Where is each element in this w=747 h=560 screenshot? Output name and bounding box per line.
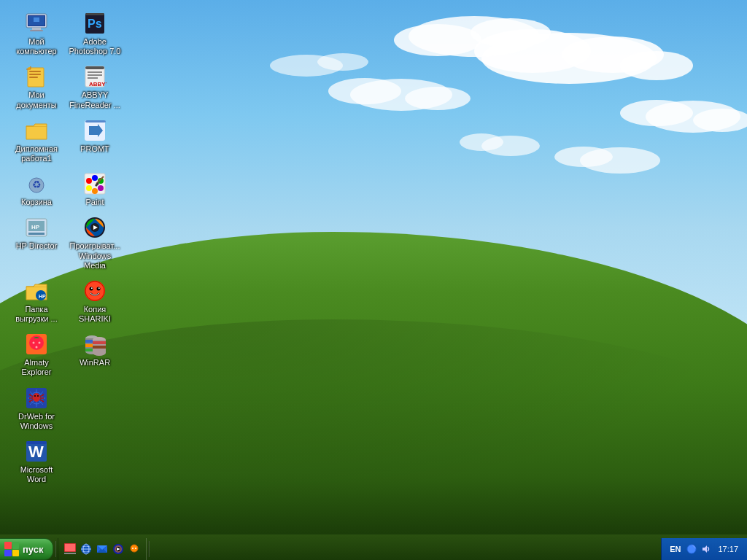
desktop-icons: Мойкомпьютер Ps Adobe Photoshop 7.0 bbox=[7, 7, 153, 489]
svg-point-93 bbox=[34, 395, 36, 397]
svg-point-71 bbox=[33, 342, 35, 344]
svg-text:W: W bbox=[28, 443, 44, 461]
icon-abbyy[interactable]: ABBYY ABBYYFineReader ... bbox=[66, 61, 124, 114]
windows-logo bbox=[4, 542, 19, 556]
paint-label: Paint bbox=[85, 198, 104, 207]
ql-ie[interactable] bbox=[79, 542, 93, 556]
svg-text:HP: HP bbox=[39, 294, 46, 299]
ql-outlook[interactable] bbox=[95, 542, 109, 556]
svg-point-49 bbox=[98, 185, 104, 191]
svg-text:Ps: Ps bbox=[88, 18, 102, 30]
my-computer-icon bbox=[25, 12, 48, 35]
icon-row-1: Моидокументы ABBYY ABBYYFin bbox=[7, 61, 153, 114]
system-clock[interactable]: 17:17 bbox=[715, 545, 741, 553]
icon-wmp[interactable]: Проигрыват...Windows Media bbox=[66, 211, 124, 275]
shariki-label: КопияSHARIKI bbox=[79, 305, 111, 324]
svg-rect-30 bbox=[29, 74, 41, 75]
icon-ms-word[interactable]: W Microsoft Word bbox=[7, 435, 66, 489]
promt-label: PROMT bbox=[80, 144, 109, 154]
svg-rect-35 bbox=[88, 74, 102, 76]
icon-winrar[interactable]: WinRAR bbox=[66, 328, 124, 381]
svg-point-45 bbox=[92, 175, 98, 181]
language-indicator[interactable]: EN bbox=[667, 545, 683, 553]
svg-rect-34 bbox=[88, 71, 102, 73]
svg-rect-33 bbox=[85, 66, 104, 69]
logo-yellow bbox=[12, 550, 20, 557]
icon-download-folder[interactable]: HP Папкавыгрузки ... bbox=[7, 275, 66, 328]
quick-launch-bar bbox=[58, 538, 147, 560]
wmp-label: Проигрыват...Windows Media bbox=[69, 241, 121, 271]
svg-point-66 bbox=[97, 287, 101, 290]
photoshop-icon: Ps bbox=[83, 12, 107, 35]
svg-point-73 bbox=[36, 346, 38, 349]
almaty-explorer-label: AlmatyExplorer bbox=[22, 358, 52, 377]
svg-rect-31 bbox=[29, 77, 38, 78]
diploma-label: Дипломнаяработа1 bbox=[15, 144, 58, 163]
icon-recycle-bin[interactable]: ♻ Корзина bbox=[7, 168, 66, 211]
icon-row-0: Мойкомпьютер Ps Adobe Photoshop 7.0 bbox=[7, 7, 153, 61]
abbyy-label: ABBYYFineReader ... bbox=[69, 90, 120, 109]
hp-director-icon: HP bbox=[25, 216, 48, 239]
icon-row-5: HP Папкавыгрузки ... bbox=[7, 275, 153, 328]
recycle-bin-label: Корзина bbox=[21, 198, 52, 207]
promt-icon bbox=[83, 119, 107, 142]
svg-point-68 bbox=[98, 287, 100, 289]
download-folder-label: Папкавыгрузки ... bbox=[15, 305, 57, 324]
hp-director-label: HP Director bbox=[16, 241, 58, 251]
my-documents-icon bbox=[25, 65, 48, 88]
tray-volume-icon[interactable] bbox=[700, 543, 712, 555]
recycle-bin-icon: ♻ bbox=[25, 172, 48, 195]
taskbar: пуск bbox=[0, 538, 747, 560]
taskbar-separator-1 bbox=[55, 541, 56, 557]
wmp-icon bbox=[83, 216, 107, 239]
start-button[interactable]: пуск bbox=[0, 538, 53, 560]
icon-diploma[interactable]: Дипломнаяработа1 bbox=[7, 114, 66, 168]
icon-my-computer[interactable]: Мойкомпьютер bbox=[7, 7, 66, 61]
svg-point-65 bbox=[90, 287, 93, 290]
icon-almaty-explorer[interactable]: AlmatyExplorer bbox=[7, 328, 66, 381]
svg-rect-24 bbox=[34, 18, 39, 22]
svg-rect-21 bbox=[32, 28, 41, 30]
svg-point-82 bbox=[93, 350, 106, 356]
ql-show-desktop[interactable] bbox=[63, 542, 77, 556]
svg-rect-22 bbox=[30, 30, 43, 31]
winrar-label: WinRAR bbox=[80, 358, 110, 368]
desktop: Мойкомпьютер Ps Adobe Photoshop 7.0 bbox=[0, 0, 747, 560]
svg-point-64 bbox=[85, 281, 104, 300]
svg-point-72 bbox=[39, 342, 41, 344]
svg-point-48 bbox=[92, 188, 98, 194]
ms-word-icon: W bbox=[25, 440, 48, 463]
my-computer-label: Мойкомпьютер bbox=[16, 37, 56, 56]
svg-rect-83 bbox=[93, 341, 106, 344]
icon-adobe-photoshop[interactable]: Ps Adobe Photoshop 7.0 bbox=[66, 7, 124, 61]
ql-media-player[interactable] bbox=[111, 542, 125, 556]
icon-paint[interactable]: Paint bbox=[66, 168, 124, 211]
tray-network-icon[interactable] bbox=[686, 543, 697, 555]
svg-point-67 bbox=[91, 287, 93, 289]
svg-point-44 bbox=[86, 178, 92, 184]
icon-row-8: W Microsoft Word bbox=[7, 435, 153, 489]
svg-point-120 bbox=[132, 548, 133, 549]
svg-rect-40 bbox=[85, 120, 106, 122]
icon-my-documents[interactable]: Моидокументы bbox=[7, 61, 66, 114]
icon-hp-director[interactable]: HP HP Director bbox=[7, 211, 66, 275]
taskbar-separator-2 bbox=[148, 541, 150, 557]
svg-rect-84 bbox=[93, 346, 106, 349]
svg-text:♻: ♻ bbox=[32, 179, 42, 190]
svg-point-94 bbox=[37, 395, 39, 397]
svg-point-47 bbox=[86, 185, 92, 191]
paint-icon bbox=[83, 172, 107, 195]
shariki-icon bbox=[83, 279, 107, 303]
icon-row-3: ♻ Корзина bbox=[7, 168, 153, 211]
icon-row-4: HP HP Director bbox=[7, 211, 153, 275]
icon-shariki[interactable]: КопияSHARIKI bbox=[66, 275, 124, 328]
icon-row-2: Дипломнаяработа1 PROMT bbox=[7, 114, 153, 168]
drweb-label: DrWeb forWindows bbox=[18, 412, 55, 431]
svg-point-92 bbox=[33, 393, 40, 402]
icon-drweb[interactable]: DrWeb forWindows bbox=[7, 382, 66, 435]
drweb-icon bbox=[25, 386, 48, 410]
svg-rect-55 bbox=[28, 233, 44, 235]
icon-promt[interactable]: PROMT bbox=[66, 114, 124, 168]
ql-messenger[interactable] bbox=[127, 542, 142, 556]
ms-word-label: Microsoft Word bbox=[10, 465, 63, 484]
